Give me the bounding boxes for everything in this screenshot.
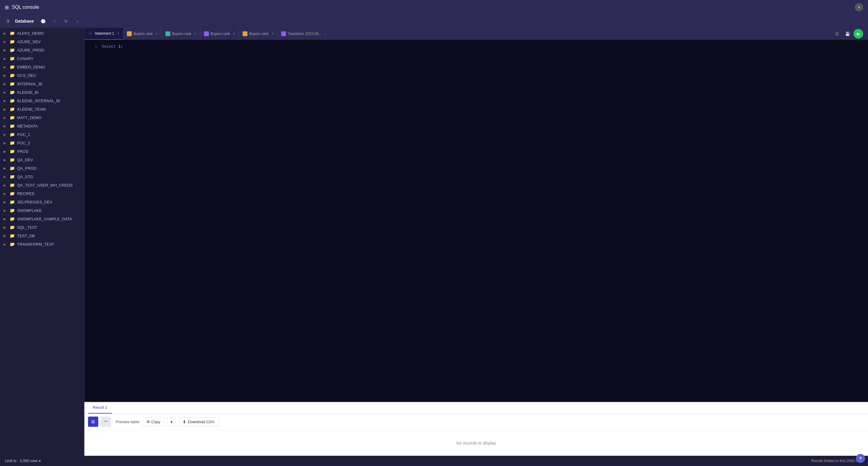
tab-label: Buyers rank [172,32,191,36]
sidebar-item-gcs_dev[interactable]: ▶ 📁 GCS_DEV [0,71,84,80]
sidebar-item-qa_stg[interactable]: ▶ 📁 QA_STG [0,173,84,181]
sidebar-item-test_db[interactable]: ▶ 📁 TEST_DB [0,231,84,240]
chevron-icon: ▶ [4,142,7,145]
sidebar-item-qa_prod[interactable]: ▶ 📁 QA_PROD [0,164,84,173]
sidebar-item-label: INTERNAL_BI [17,82,81,86]
sidebar-item-selfridges_dev[interactable]: ▶ 📁 SELFRIDGES_DEV [0,198,84,206]
table-view-button[interactable]: ⊞ [88,416,98,427]
sidebar-item-label: QA_PROD [17,166,81,170]
tab-stmt1[interactable]: <> Statement 1 × [84,28,123,40]
chart-view-button[interactable]: 〜 [101,416,111,427]
back-icon[interactable]: ‹ [73,17,82,26]
chevron-icon: ▶ [4,234,7,238]
menu-icon[interactable]: ☰ [4,17,13,26]
sidebar-item-kleene_internal_bi[interactable]: ▶ 📁 KLEENE_INTERNAL_BI [0,96,84,105]
titlebar: ⊞ SQL console × [0,0,868,14]
app-container: ☰ Database 🕐 ♡ ↻ ‹ ▶ 📁 ALEKS_DEMO ▶ 📁 AZ… [0,14,868,466]
sidebar-item-sql_test[interactable]: ▶ 📁 SQL_TEST [0,223,84,231]
tab-close-icon[interactable]: × [233,32,235,36]
run-button[interactable]: ▶ [854,29,863,39]
save-icon[interactable]: 💾 [843,30,852,38]
sidebar-item-label: TRANSFORM_TEST [17,242,81,247]
database-label: Database [15,19,34,24]
folder-icon: 📁 [10,225,15,230]
sidebar-item-kleene_bi[interactable]: ▶ 📁 KLEENE_BI [0,88,84,96]
bottom-bar: Limit to 2,000 rows ▾ Results limited to… [0,456,868,466]
tab-icon [204,31,209,36]
chevron-icon: ▶ [4,40,7,43]
refresh-icon[interactable]: ↻ [61,17,70,26]
sidebar-item-transform_test[interactable]: ▶ 📁 TRANSFORM_TEST [0,240,84,248]
help-button[interactable]: ? [856,454,865,463]
copy-dropdown-button[interactable]: ▾ [167,417,176,426]
sidebar-item-label: KLEENE_TEAM [17,107,81,112]
chevron-icon: ▶ [4,167,7,170]
results-area: Result 1 ⊞ 〜 Preview table: ⧉ Copy ▾ ⬇ D… [84,402,868,456]
sidebar: ▶ 📁 ALEKS_DEMO ▶ 📁 AZURE_DEV ▶ 📁 AZURE_P… [0,28,84,456]
sidebar-item-kleene_team[interactable]: ▶ 📁 KLEENE_TEAM [0,105,84,113]
folder-icon: 📁 [10,157,15,162]
tab-br1[interactable]: Buyers rank × [123,28,162,40]
menu-icon[interactable]: ☰ [833,30,841,38]
sidebar-item-label: ALEKS_DEMO [17,31,81,36]
tab-label: Statement 1 [95,31,114,36]
sidebar-item-label: GCS_DEV [17,73,81,78]
sidebar-item-metadata[interactable]: ▶ 📁 METADATA [0,122,84,130]
sidebar-item-prod[interactable]: ▶ 📁 PROD [0,147,84,156]
tab-close-icon[interactable]: × [156,32,158,36]
tab-label: Transform 2023-09... [288,32,321,36]
history-icon[interactable]: 🕐 [38,17,48,26]
folder-icon: 📁 [10,107,15,112]
copy-button[interactable]: ⧉ Copy [143,417,164,426]
folder-icon: 📁 [10,39,15,44]
results-info: Results limited to first 2000 rows [811,459,863,463]
sidebar-item-canary[interactable]: ▶ 📁 CANARY [0,54,84,63]
tab-br4[interactable]: Buyers rank × [239,28,278,40]
sidebar-item-label: SELFRIDGES_DEV [17,200,81,205]
tab-icon [281,31,286,36]
chevron-icon: ▶ [4,192,7,195]
close-button[interactable]: × [855,3,863,11]
sidebar-item-qa_test_user_wh_creds[interactable]: ▶ 📁 QA_TEST_USER_WH_CREDS [0,181,84,189]
sidebar-item-poc_1[interactable]: ▶ 📁 POC_1 [0,130,84,139]
sidebar-item-aleks_demo[interactable]: ▶ 📁 ALEKS_DEMO [0,29,84,37]
sidebar-item-internal_bi[interactable]: ▶ 📁 INTERNAL_BI [0,80,84,88]
tab-icon [127,31,132,36]
sidebar-item-embed_demo[interactable]: ▶ 📁 EMBED_DEMO [0,63,84,71]
result-tab-result-1[interactable]: Result 1 [88,402,112,413]
tab-tr1[interactable]: Transform 2023-09... [278,28,326,40]
tab-close-icon[interactable]: × [117,31,119,36]
tab-close-icon[interactable]: × [272,32,274,36]
tab-close-icon[interactable]: × [194,32,196,36]
folder-icon: 📁 [10,82,15,86]
sidebar-item-snowflake_sample_data[interactable]: ▶ 📁 SNOWFLAKE_SAMPLE_DATA [0,215,84,223]
limit-selector[interactable]: Limit to 2,000 rows ▾ [5,459,41,463]
sidebar-item-label: PROD [17,149,81,154]
favorites-icon[interactable]: ♡ [50,17,59,26]
sidebar-item-azure_dev[interactable]: ▶ 📁 AZURE_DEV [0,37,84,46]
download-csv-button[interactable]: ⬇ Download CSV [178,417,219,426]
sidebar-item-label: RECIPES [17,191,81,196]
results-toolbar: ⊞ 〜 Preview table: ⧉ Copy ▾ ⬇ Download C… [84,413,868,430]
chevron-icon: ▶ [4,99,7,102]
preview-label: Preview table: [116,420,141,424]
titlebar-left: ⊞ SQL console [5,4,39,10]
sidebar-item-snowflake[interactable]: ▶ 📁 SNOWFLAKE [0,206,84,215]
content-area: <> Statement 1 × Buyers rank × Buyers ra… [84,28,868,456]
sidebar-item-label: MATT_DEMO [17,116,81,120]
sidebar-item-matt_demo[interactable]: ▶ 📁 MATT_DEMO [0,113,84,122]
sidebar-item-azure_prod[interactable]: ▶ 📁 AZURE_PROD [0,46,84,54]
sidebar-item-poc_2[interactable]: ▶ 📁 POC_2 [0,139,84,147]
folder-icon: 📁 [10,73,15,78]
chevron-icon: ▶ [4,107,7,111]
tab-br3[interactable]: Buyers rank × [200,28,239,40]
sidebar-item-label: SQL_TEST [17,225,81,230]
sidebar-item-recipes[interactable]: ▶ 📁 RECIPES [0,189,84,198]
sidebar-item-label: METADATA [17,124,81,128]
chevron-icon: ▶ [4,74,7,77]
editor-area[interactable]: 1 Select 1; [84,40,868,402]
tab-br2[interactable]: Buyers rank × [162,28,200,40]
folder-icon: 📁 [10,183,15,187]
sidebar-item-qa_dev[interactable]: ▶ 📁 QA_DEV [0,156,84,164]
folder-icon: 📁 [10,149,15,154]
